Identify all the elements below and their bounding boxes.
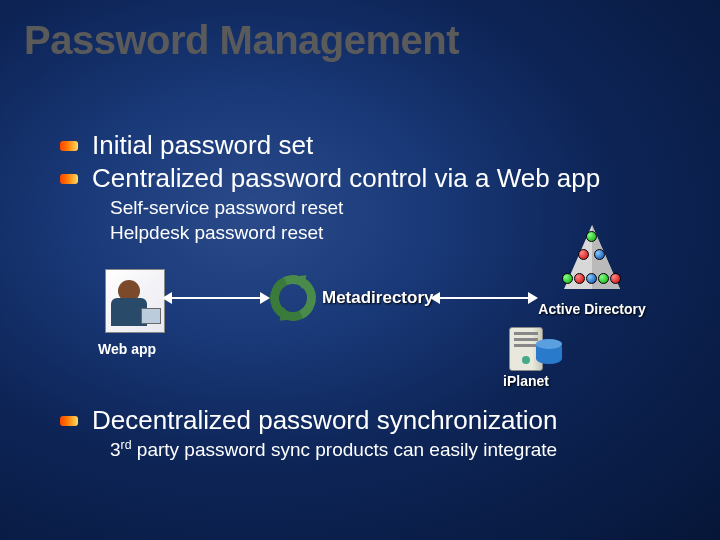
diagram-area: Web app Metadirectory — [60, 251, 700, 401]
disk-icon — [536, 342, 562, 364]
server-icon — [509, 327, 543, 371]
slide-content: Initial password set Centralized passwor… — [60, 130, 700, 462]
metadirectory-label: Metadirectory — [322, 288, 433, 308]
bullet-1-text: Initial password set — [92, 130, 313, 161]
metadirectory-group: Metadirectory — [270, 275, 433, 321]
bullet-2-text: Centralized password control via a Web a… — [92, 163, 600, 194]
sub-bullet-1: Self-service password reset — [110, 196, 700, 221]
bullet-icon — [60, 174, 78, 184]
bullet-2-row: Centralized password control via a Web a… — [60, 163, 700, 194]
iplanet-group: iPlanet — [466, 327, 586, 389]
active-directory-label: Active Directory — [532, 301, 652, 317]
iplanet-label: iPlanet — [466, 373, 586, 389]
bullet-3-text: Decentralized password synchronization — [92, 405, 557, 436]
bullet-3-row: Decentralized password synchronization — [60, 405, 700, 436]
webapp-image — [105, 269, 165, 333]
sub-bullet-3: 3rd party password sync products can eas… — [110, 438, 700, 461]
slide-title: Password Management — [24, 18, 459, 63]
arrow-left-icon — [172, 297, 260, 299]
third-post: party password sync products can easily … — [132, 440, 558, 461]
third-sup: rd — [121, 438, 132, 452]
cycle-icon — [270, 275, 316, 321]
active-directory-group: Active Directory — [532, 225, 652, 317]
third-pre: 3 — [110, 440, 121, 461]
webapp-label: Web app — [98, 341, 156, 357]
bullet-icon — [60, 416, 78, 426]
arrow-right-icon — [440, 297, 528, 299]
bullet-1-row: Initial password set — [60, 130, 700, 161]
tree-icon — [552, 225, 632, 297]
bullet-icon — [60, 141, 78, 151]
